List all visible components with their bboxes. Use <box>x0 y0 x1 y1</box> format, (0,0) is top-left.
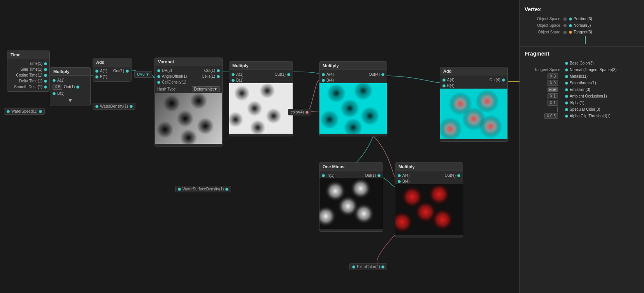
voronoi-port-angle[interactable]: AngleOffset(1) Cells(1) <box>155 73 222 79</box>
fragment-alpha-clip-row[interactable]: X 0.5 Alpha Clip Threshold(1) <box>525 113 639 119</box>
shader-graph-canvas: Time Time(1) Sine Time(1) Cosine Time(1)… <box>0 0 644 293</box>
ao-x-value[interactable]: X 1 <box>547 93 558 99</box>
specular-color-swatch[interactable] <box>557 107 558 112</box>
hdr-badge[interactable]: HDR <box>547 87 558 92</box>
voronoi-node: Voronoi UV(2) Out(1) AngleOffset(1) Cell… <box>154 58 223 146</box>
multiply4-port-a[interactable]: A(4) Out(4) <box>395 173 463 178</box>
multiply1-port-b[interactable]: B(1) <box>50 91 90 96</box>
voronoi-preview <box>155 93 222 144</box>
add2-port-a[interactable]: A(4) Out(4) <box>440 77 507 83</box>
multiply2-preview <box>229 83 293 134</box>
uv0-label[interactable]: UV0 ▼ <box>134 71 152 78</box>
time-node: Time Time(1) Sine Time(1) Cosine Time(1)… <box>7 51 50 92</box>
vertex-tangent-label: Object Spate <box>525 30 563 34</box>
water-surface-density-label: WaterSurfaceDensity(1) <box>175 186 231 192</box>
time-port-smoothdelta[interactable]: Smooth Delta(1) <box>7 84 49 90</box>
one-minus-node: One Minus In(1) Out(1) <box>319 162 383 232</box>
add2-node: Add A(4) Out(4) B(4) <box>440 67 508 142</box>
add2-header: Add <box>440 67 507 75</box>
multiply3-node: Multiply A(4) Out(4) B(4) <box>319 61 387 136</box>
multiply2-header: Multiply <box>229 62 293 70</box>
one-minus-preview <box>319 178 383 229</box>
voronoi-port-uv[interactable]: UV(2) Out(1) <box>155 68 222 73</box>
fragment-metallic-row[interactable]: X 0 Metallic(1) <box>525 73 639 80</box>
smoothness-x-value[interactable]: X 0 <box>547 80 558 86</box>
fragment-section: Fragment Base Color(3) Tangent Space Nor… <box>520 48 644 122</box>
fragment-normal-label: Tangent Space <box>525 68 563 72</box>
alpha-clip-x-value[interactable]: X 0.5 <box>544 113 558 119</box>
one-minus-header: One Minus <box>319 163 383 171</box>
multiply4-preview <box>395 184 463 235</box>
vertex-position-row[interactable]: Object Space Position(3) <box>525 16 639 22</box>
fragment-alpha-row[interactable]: X 1 Alpha(1) <box>525 99 639 106</box>
time-port-cosinetime[interactable]: Cosine Time(1) <box>7 72 49 78</box>
multiply3-port-a[interactable]: A(4) Out(4) <box>319 72 387 77</box>
vertex-section: Vertex Object Space Position(3) Object S… <box>520 4 644 47</box>
extra-color-label: ExtraColor(4) <box>349 263 387 270</box>
multiply1-node: Multiply A(1) X 5 Out(1) B(1) ▼ <box>50 67 91 106</box>
metallic-x-value[interactable]: X 0 <box>547 73 558 79</box>
add1-node: Add A(1) Out(1) B(1) <box>93 58 132 82</box>
vertex-tangent-row[interactable]: Object Spate Tangent(3) <box>525 29 639 35</box>
voronoi-header: Voronoi <box>155 58 222 66</box>
add1-port-a[interactable]: A(1) Out(1) <box>93 68 131 74</box>
multiply3-port-b[interactable]: B(4) <box>319 77 387 83</box>
water-density-label: WaterDensity(1) <box>93 103 135 110</box>
multiply3-header: Multiply <box>319 62 387 70</box>
time-port-sinetime[interactable]: Sine Time(1) <box>7 66 49 72</box>
multiply4-node: Multiply A(4) Out(4) B(4) <box>395 162 463 237</box>
vertex-normal-row[interactable]: Object Space Normal(3) <box>525 22 639 29</box>
vertex-normal-label: Object Space <box>525 23 563 28</box>
time-port-time[interactable]: Time(1) <box>7 61 49 66</box>
multiply1-header: Multiply <box>50 68 90 76</box>
vertex-position-label: Object Space <box>525 17 563 21</box>
fragment-normal-row[interactable]: Tangent Space Normal (Tangent Space)(3) <box>525 66 639 73</box>
voronoi-hash-row: Hash Type Determinist▼ <box>155 85 222 93</box>
one-minus-port-in[interactable]: In(1) Out(1) <box>319 173 383 178</box>
fragment-ao-row[interactable]: X 1 Ambient Occlusion(1) <box>525 93 639 99</box>
multiply2-node: Multiply A(1) Out(1) B(1) <box>229 61 293 136</box>
fragment-base-color-row[interactable]: Base Color(3) <box>525 60 639 66</box>
add2-port-b[interactable]: B(4) <box>440 83 507 89</box>
fragment-emission-row[interactable]: HDR Emission(3) <box>525 86 639 93</box>
hash-type-dropdown[interactable]: Determinist▼ <box>192 86 220 92</box>
alpha-x-value[interactable]: X 1 <box>547 100 558 106</box>
time-node-header: Time <box>7 51 49 59</box>
multiply1-port-a[interactable]: A(1) <box>50 77 90 83</box>
fragment-smoothness-row[interactable]: X 0 Smoothness(1) <box>525 80 639 86</box>
multiply4-port-b[interactable]: B(4) <box>395 178 463 184</box>
vertex-title: Vertex <box>525 6 639 12</box>
multiply3-preview <box>319 83 387 134</box>
vertex-connector-line <box>585 36 639 44</box>
multiply2-port-a[interactable]: A(1) Out(1) <box>229 72 293 77</box>
right-panel: Vertex Object Space Position(3) Object S… <box>519 0 644 293</box>
fragment-title: Fragment <box>525 51 639 57</box>
multiply1-expand[interactable]: ▼ <box>50 96 90 104</box>
multiply4-header: Multiply <box>395 163 463 171</box>
add1-port-b[interactable]: B(1) <box>93 74 131 80</box>
water-speed-label: WaterSpeed(1) <box>4 108 45 115</box>
voronoi-port-celldensity[interactable]: CellDensity(1) <box>155 79 222 85</box>
fragment-specular-row[interactable]: Specular Color(3) <box>525 106 639 113</box>
time-port-deltatime[interactable]: Delta Time(1) <box>7 78 49 84</box>
add2-preview <box>440 89 507 139</box>
multiply2-port-b[interactable]: B(1) <box>229 77 293 83</box>
add1-header: Add <box>93 58 131 66</box>
color4-label: color(4) <box>288 109 311 115</box>
